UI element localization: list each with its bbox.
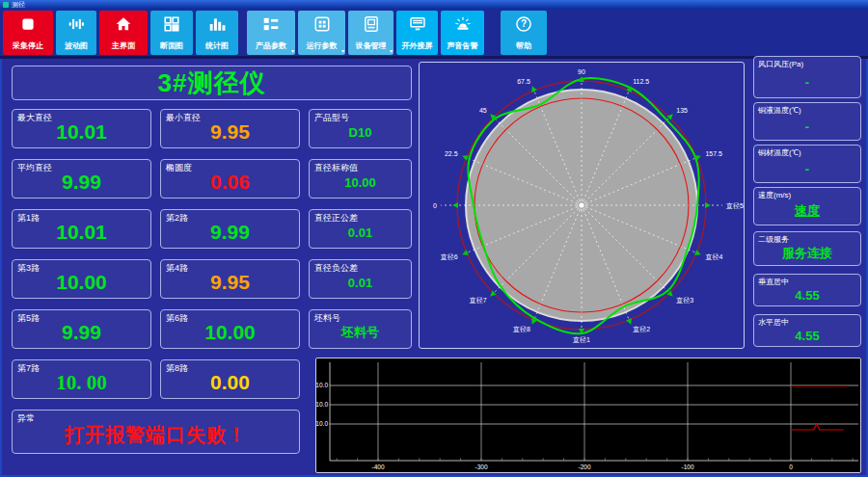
measure-cell-path-6: 第6路10.00 <box>160 309 300 349</box>
measure-cell-plus-tolerance: 直径正公差0.01 <box>309 209 412 249</box>
toolbar-button-run-params[interactable]: 运行参数▾ <box>298 11 345 55</box>
status-panel-vertical-center: 垂直居中4.55 <box>753 274 861 306</box>
cross-section-icon <box>163 15 180 33</box>
measure-cell-avg-diameter: 平均直径9.99 <box>12 159 151 199</box>
measure-cell-abnormal: 异常打开报警端口失败！ <box>12 410 300 454</box>
status-panel-value: 4.55 <box>754 284 860 305</box>
toolbar-button-section-chart[interactable]: 断面图 <box>150 11 193 55</box>
svg-text:直径2: 直径2 <box>633 326 650 333</box>
svg-text:-200: -200 <box>578 464 590 470</box>
measure-cell-value: 0.06 <box>163 169 297 196</box>
measure-cell-max-diameter: 最大直径10.01 <box>12 109 151 148</box>
toolbar-button-help[interactable]: ?帮助 <box>501 11 547 55</box>
toolbar-button-label: 声音告警 <box>441 40 484 51</box>
svg-text:直径7: 直径7 <box>470 297 487 305</box>
toolbar-button-product-params[interactable]: 产品参数▾ <box>247 11 295 55</box>
vertical-gridlines: -400-300-200-1000 <box>371 362 793 470</box>
svg-text:直径8: 直径8 <box>513 326 530 333</box>
toolbar-button-ext-screen[interactable]: 开外接屏 <box>396 11 438 55</box>
measure-cell-minus-tolerance: 直径负公差0.01 <box>309 259 412 299</box>
svg-text:直径4: 直径4 <box>705 253 722 261</box>
measure-cell-value: 9.99 <box>163 219 297 246</box>
svg-text:135: 135 <box>676 107 688 114</box>
measure-cell-nominal-diameter: 直径标称值10.00 <box>309 159 412 199</box>
measure-cell-value: 9.99 <box>14 169 149 196</box>
measure-cell-path-5: 第5路9.99 <box>12 309 151 349</box>
toolbar-button-label: 运行参数 <box>298 40 345 51</box>
toolbar-button-device-manage[interactable]: 设备管理▾ <box>348 11 393 55</box>
titlebar: 测径 <box>0 0 868 9</box>
svg-text:0: 0 <box>433 202 437 209</box>
svg-text:0: 0 <box>789 464 793 470</box>
stop-icon <box>19 15 37 33</box>
measure-cell-value: 0.01 <box>312 269 409 296</box>
measure-cell-value: 10.01 <box>14 119 149 146</box>
svg-text:45: 45 <box>479 107 487 114</box>
device-manage-icon <box>363 15 380 33</box>
toolbar-button-label: 帮助 <box>501 40 547 51</box>
measure-cell-value: 9.99 <box>14 319 149 346</box>
toolbar-button-label: 断面图 <box>150 40 193 51</box>
svg-text:22.5: 22.5 <box>445 150 458 157</box>
cross-section-chart: 022.54567.590112.5135157.5直径5直径4直径3直径2直径… <box>420 63 744 348</box>
measure-cell-path-8: 第8路0.00 <box>160 359 300 399</box>
measure-cell-path-4: 第4路9.95 <box>160 259 300 299</box>
status-panel-material-temp: 铜材温度(℃)- <box>753 145 861 183</box>
help-icon: ? <box>515 15 532 33</box>
toolbar: 采集停止波动图主界面断面图统计图产品参数▾运行参数▾设备管理▾开外接屏声音告警?… <box>0 9 868 59</box>
dropdown-caret-icon: ▾ <box>390 48 393 54</box>
measure-cell-value: 10.00 <box>312 169 409 196</box>
measure-cell-min-diameter: 最小直径9.95 <box>160 109 300 148</box>
status-panel-speed: 速度(m/s)速度 <box>753 187 861 225</box>
status-panel-tuyere-pressure: 风口风压(Pa)- <box>753 56 861 98</box>
alarm-icon <box>454 15 472 33</box>
gauge-title: 3#测径仪 <box>158 66 266 100</box>
window-title: 测径 <box>12 1 25 8</box>
measure-cell-value: 9.95 <box>163 269 297 296</box>
status-panel-liquid-temp: 铜液温度(℃)- <box>753 102 861 141</box>
measure-cell-value: D10 <box>312 119 409 146</box>
trend-series <box>791 386 847 431</box>
toolbar-button-label: 统计图 <box>196 40 238 51</box>
measure-cell-ovality: 椭圆度0.06 <box>160 159 300 199</box>
product-params-icon <box>262 15 280 33</box>
toolbar-button-label: 采集停止 <box>3 40 53 51</box>
measure-cell-path-7: 第7路10. 00 <box>12 359 151 399</box>
measure-cell-value: 坯料号 <box>312 319 409 346</box>
horizontal-gridlines: 10.010.010.0 <box>316 382 858 427</box>
measure-cell-value: 0.00 <box>163 369 297 396</box>
svg-text:90: 90 <box>578 68 585 75</box>
measure-cell-value: 打开报警端口失败！ <box>14 419 297 451</box>
trend-chart-panel: 10.010.010.0-400-300-200-1000 <box>315 358 861 473</box>
svg-text:112.5: 112.5 <box>633 78 649 85</box>
measure-cell-path-2: 第2路9.99 <box>160 209 300 249</box>
status-panel-horizontal-center: 水平居中4.55 <box>753 314 861 347</box>
svg-text:-100: -100 <box>681 464 693 470</box>
external-screen-icon <box>409 15 426 33</box>
gauge-title-panel: 3#测径仪 <box>12 66 412 100</box>
measure-cell-value: 10.00 <box>163 319 297 346</box>
toolbar-button-stop-capture[interactable]: 采集停止 <box>3 11 53 55</box>
toolbar-button-label: 设备管理 <box>348 40 393 51</box>
dropdown-caret-icon: ▾ <box>291 48 294 54</box>
svg-text:直径3: 直径3 <box>676 297 693 305</box>
status-panel-value[interactable]: 速度 <box>754 198 860 225</box>
measure-cell-value: 0.01 <box>312 219 409 246</box>
svg-text:10.0: 10.0 <box>316 382 328 388</box>
svg-text:157.5: 157.5 <box>705 150 722 157</box>
right-column: 风口风压(Pa)-铜液温度(℃)-铜材温度(℃)-速度(m/s)速度二级服务服务… <box>753 56 861 347</box>
toolbar-button-sound-alarm[interactable]: 声音告警 <box>441 11 484 55</box>
status-panel-level2-service: 二级服务服务连接 <box>753 231 861 266</box>
toolbar-button-wave-chart[interactable]: 波动图 <box>56 11 96 55</box>
measure-cell-value: 9.95 <box>163 119 297 146</box>
status-panel-value: 4.55 <box>754 325 860 346</box>
app-window: 测径 采集停止波动图主界面断面图统计图产品参数▾运行参数▾设备管理▾开外接屏声音… <box>0 0 868 477</box>
app-icon <box>3 2 9 8</box>
toolbar-button-stats-chart[interactable]: 统计图 <box>196 11 238 55</box>
toolbar-button-label: 产品参数 <box>247 40 295 51</box>
toolbar-button-main-screen[interactable]: 主界面 <box>99 11 148 55</box>
svg-text:直径6: 直径6 <box>441 253 458 261</box>
trend-chart: 10.010.010.0-400-300-200-1000 <box>316 358 860 472</box>
status-panel-value: - <box>754 113 860 140</box>
dropdown-caret-icon: ▾ <box>341 48 344 54</box>
